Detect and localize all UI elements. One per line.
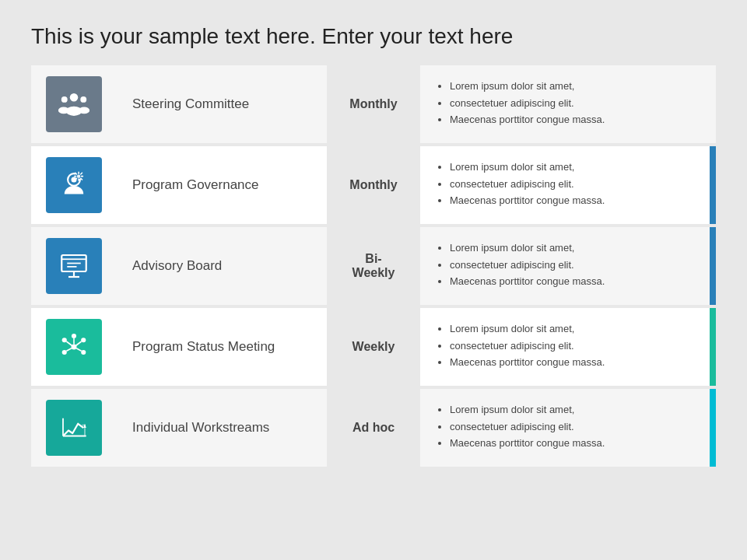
list-item: Lorem ipsum dolor sit amet, [450,402,694,418]
icon-cell [31,389,117,467]
svg-point-2 [61,96,68,103]
list-item: consectetuer adipiscing elit. [450,177,694,192]
list-item: Lorem ipsum dolor sit amet, [450,321,694,337]
svg-point-20 [81,338,86,342]
icon-cell [31,65,117,143]
list-item: Lorem ipsum dolor sit amet, [450,159,694,175]
accent-bar [710,65,716,143]
table-row: Program Governance Monthly Lorem ipsum d… [31,146,716,224]
list-item: Maecenas porttitor congue massa. [450,355,694,370]
svg-point-21 [62,338,67,342]
row-name: Individual Workstreams [117,412,327,443]
svg-line-23 [76,341,82,345]
list-item: Maecenas porttitor congue massa. [450,193,694,208]
svg-point-4 [80,96,86,103]
icon-cell [31,227,117,305]
list-item: Maecenas porttitor congue massa. [450,112,694,128]
row-frequency: Monthly [327,65,420,143]
row-name: Steering Committee [117,89,327,120]
accent-bar [710,227,716,305]
page-title: This is your sample text here. Enter you… [31,23,716,50]
row-frequency: Bi-Weekly [327,227,420,305]
row-frequency: Weekly [327,308,420,386]
row-name: Program Governance [117,170,327,201]
svg-point-18 [81,350,86,355]
row-description: Lorem ipsum dolor sit amet,consectetuer … [420,71,710,137]
svg-point-17 [72,334,76,338]
row-description: Lorem ipsum dolor sit amet,consectetuer … [420,152,710,218]
svg-point-0 [70,93,79,102]
list-item: consectetuer adipiscing elit. [450,96,694,111]
row-description: Lorem ipsum dolor sit amet,consectetuer … [420,394,710,460]
list-item: consectetuer adipiscing elit. [450,257,694,273]
svg-line-24 [66,341,72,345]
svg-line-26 [66,348,72,351]
table-row: Steering Committee Monthly Lorem ipsum d… [31,65,716,143]
list-item: Maecenas porttitor congue massa. [450,274,694,289]
list-item: consectetuer adipiscing elit. [450,338,694,354]
svg-point-5 [79,107,89,114]
list-item: consectetuer adipiscing elit. [450,419,694,435]
svg-line-25 [76,348,82,351]
svg-point-19 [62,350,67,355]
row-description: Lorem ipsum dolor sit amet,consectetuer … [420,313,710,380]
accent-bar [710,308,716,386]
list-item: Maecenas porttitor congue massa. [450,436,694,451]
row-name: Advisory Board [117,250,327,282]
people-icon [46,76,102,132]
svg-point-9 [77,174,80,177]
row-name: Program Status Meeting [117,331,327,362]
icon-cell [31,308,117,386]
table-row: Individual Workstreams Ad hoc Lorem ipsu… [31,389,716,467]
svg-point-3 [58,107,69,114]
chart-icon [46,400,102,456]
network-icon [46,319,102,375]
list-item: Lorem ipsum dolor sit amet, [450,240,694,256]
accent-bar [710,146,716,224]
table-container: Steering Committee Monthly Lorem ipsum d… [31,65,716,544]
table-row: Program Status Meeting Weekly Lorem ipsu… [31,308,716,386]
accent-bar [710,389,716,467]
icon-cell [31,146,117,224]
row-frequency: Monthly [327,146,420,224]
list-item: Lorem ipsum dolor sit amet, [450,79,694,94]
gear-head-icon [46,157,102,213]
presentation-icon [46,238,102,294]
row-frequency: Ad hoc [327,389,420,467]
table-row: Advisory Board Bi-Weekly Lorem ipsum dol… [31,227,716,305]
row-description: Lorem ipsum dolor sit amet,consectetuer … [420,233,710,299]
page: This is your sample text here. Enter you… [0,0,747,560]
